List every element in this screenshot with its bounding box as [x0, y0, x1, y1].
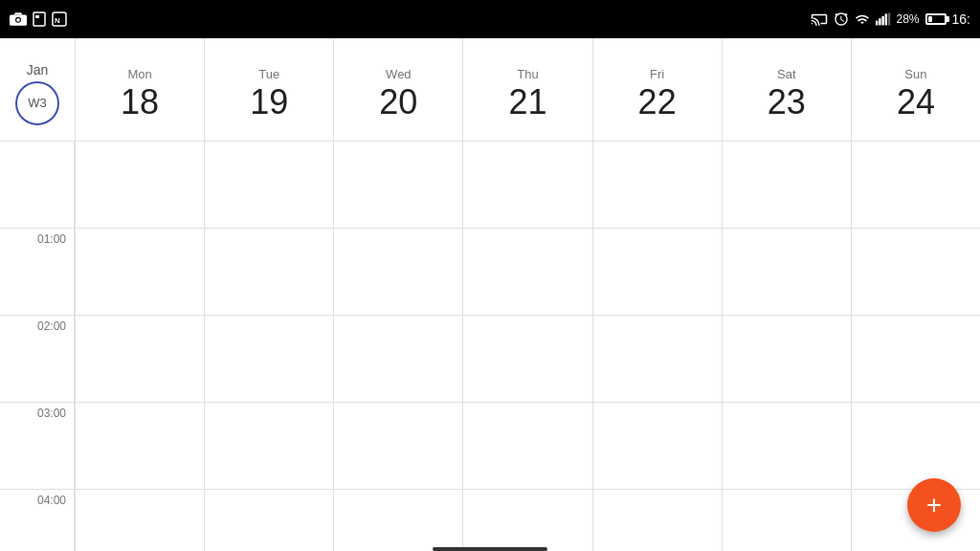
day-number-sat: 23 — [768, 85, 806, 120]
day-col-fri[interactable] — [592, 142, 722, 551]
time-label-01: 01:00 — [37, 232, 66, 246]
header-day-sat[interactable]: Sat 23 — [722, 38, 851, 141]
day-name-fri: Fri — [650, 67, 664, 81]
svg-rect-8 — [876, 21, 878, 26]
day-number-thu: 21 — [508, 85, 546, 120]
day-col-tue[interactable] — [204, 142, 333, 551]
day-cell-thu-1[interactable] — [463, 229, 591, 316]
day-name-sun: Sun — [904, 67, 926, 81]
svg-text:N: N — [55, 16, 60, 25]
svg-rect-9 — [879, 18, 880, 25]
svg-marker-1 — [14, 12, 23, 14]
time-slot-04: 04:00 — [0, 490, 74, 551]
day-cell-mon-3[interactable] — [76, 403, 204, 490]
day-cell-thu-2[interactable] — [463, 316, 591, 403]
day-cell-tue-3[interactable] — [205, 403, 333, 490]
day-name-sat: Sat — [777, 67, 796, 81]
cast-icon — [811, 12, 828, 26]
day-cell-wed-1[interactable] — [334, 229, 462, 316]
day-name-thu: Thu — [517, 67, 538, 81]
day-number-sun: 24 — [897, 85, 935, 120]
svg-rect-12 — [887, 13, 889, 26]
time-slot-01: 01:00 — [0, 229, 74, 316]
sim-icon — [33, 11, 46, 27]
day-cell-wed-0[interactable] — [334, 142, 462, 229]
day-cell-mon-4[interactable] — [76, 490, 204, 551]
day-cell-thu-3[interactable] — [463, 403, 591, 490]
day-cell-sat-1[interactable] — [723, 229, 851, 316]
day-cell-mon-1[interactable] — [76, 229, 204, 316]
day-cell-fri-3[interactable] — [593, 403, 722, 490]
time-slot-03: 03:00 — [0, 403, 74, 490]
day-col-thu[interactable] — [462, 142, 591, 551]
wifi-icon — [855, 12, 870, 26]
day-cell-sat-4[interactable] — [723, 490, 851, 551]
day-cell-sun-0[interactable] — [852, 142, 980, 229]
time-label-02: 02:00 — [37, 320, 66, 333]
time-slot-02: 02:00 — [0, 316, 74, 403]
day-cell-sun-3[interactable] — [852, 403, 980, 490]
day-cell-tue-2[interactable] — [205, 316, 333, 403]
day-col-mon[interactable] — [75, 142, 204, 551]
day-number-mon: 18 — [121, 85, 159, 120]
day-name-wed: Wed — [386, 67, 412, 81]
day-number-tue: 19 — [250, 85, 288, 120]
header-day-thu[interactable]: Thu 21 — [462, 38, 591, 141]
bottom-navigation-bar — [433, 547, 547, 551]
header-day-tue[interactable]: Tue 19 — [204, 38, 333, 141]
day-cell-fri-0[interactable] — [593, 142, 722, 229]
svg-rect-4 — [33, 12, 45, 26]
header-day-wed[interactable]: Wed 20 — [333, 38, 462, 141]
nfc-icon: N — [52, 11, 67, 27]
day-cell-tue-0[interactable] — [205, 142, 333, 229]
time-label-04: 04:00 — [37, 494, 66, 507]
time-column: 01:00 02:00 03:00 04:00 — [0, 142, 75, 551]
week-circle: W3 — [15, 81, 59, 125]
alarm-icon — [834, 11, 849, 27]
header-day-mon[interactable]: Mon 18 — [75, 38, 204, 141]
status-icons-right: 28% 16: — [811, 11, 971, 27]
day-cell-wed-4[interactable] — [334, 490, 462, 551]
plus-icon: + — [926, 490, 942, 520]
svg-rect-5 — [35, 15, 39, 18]
day-cell-sun-1[interactable] — [852, 229, 980, 316]
calendar-header: Jan W3 Mon 18 Tue 19 Wed 20 Thu 21 Fri 2… — [0, 38, 980, 142]
day-number-wed: 20 — [379, 85, 417, 120]
day-col-sat[interactable] — [722, 142, 851, 551]
status-icons-left: N — [10, 11, 67, 27]
calendar-body: 01:00 02:00 03:00 04:00 — [0, 142, 980, 551]
status-bar: N — [0, 0, 980, 38]
day-cell-wed-2[interactable] — [334, 316, 462, 403]
signal-icon — [876, 12, 891, 26]
day-name-mon: Mon — [127, 67, 151, 81]
day-cell-wed-3[interactable] — [334, 403, 462, 490]
month-label: Jan — [27, 62, 49, 77]
day-cell-fri-1[interactable] — [593, 229, 722, 316]
day-cell-sun-2[interactable] — [852, 316, 980, 403]
week-column: Jan W3 — [0, 38, 75, 141]
svg-rect-11 — [884, 13, 886, 25]
day-number-fri: 22 — [638, 85, 677, 120]
day-cell-fri-2[interactable] — [593, 316, 722, 403]
add-event-fab[interactable]: + — [907, 478, 961, 532]
day-cell-sat-0[interactable] — [723, 142, 851, 229]
day-cell-sat-2[interactable] — [723, 316, 851, 403]
svg-rect-10 — [881, 16, 883, 26]
camera-icon — [10, 12, 27, 26]
day-cell-thu-0[interactable] — [463, 142, 591, 229]
battery-percent: 28% — [897, 12, 920, 26]
header-day-sun[interactable]: Sun 24 — [851, 38, 980, 141]
day-cell-tue-4[interactable] — [205, 490, 333, 551]
header-day-fri[interactable]: Fri 22 — [592, 38, 722, 141]
day-cell-tue-1[interactable] — [205, 229, 333, 316]
day-cell-sat-3[interactable] — [723, 403, 851, 490]
day-cell-fri-4[interactable] — [593, 490, 722, 551]
battery-icon — [925, 13, 947, 25]
day-name-tue: Tue — [258, 67, 279, 81]
day-cell-mon-0[interactable] — [76, 142, 204, 229]
day-cell-thu-4[interactable] — [463, 490, 591, 551]
day-cell-mon-2[interactable] — [76, 316, 204, 403]
day-col-wed[interactable] — [333, 142, 462, 551]
status-time: 16: — [952, 11, 970, 27]
svg-point-3 — [16, 18, 20, 22]
